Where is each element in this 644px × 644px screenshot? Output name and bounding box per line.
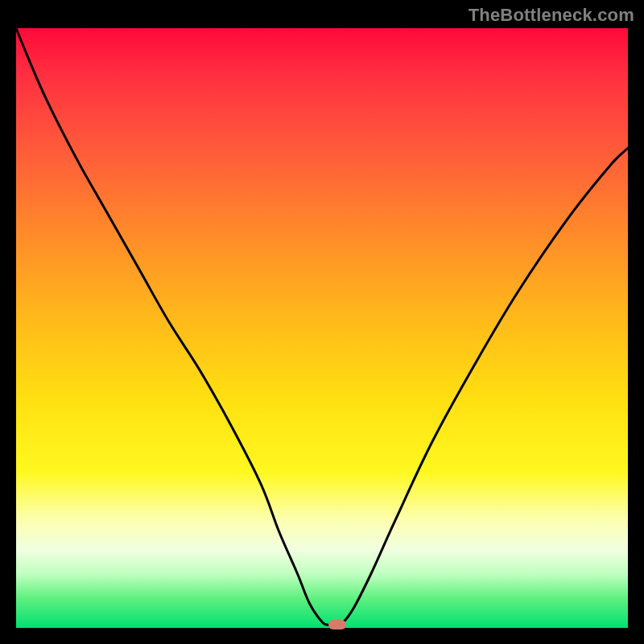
watermark-text: TheBottleneck.com	[469, 5, 634, 26]
optimum-marker	[328, 620, 346, 630]
bottleneck-curve	[16, 28, 628, 626]
chart-container: TheBottleneck.com	[0, 0, 644, 644]
plot-area	[16, 28, 628, 628]
curve-svg	[16, 28, 628, 628]
